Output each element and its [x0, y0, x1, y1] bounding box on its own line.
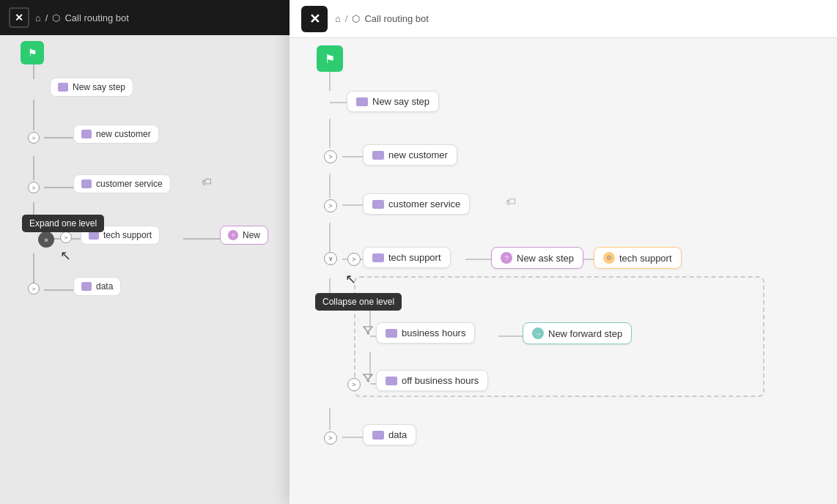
right-new-forward-step-label: New forward step [548, 328, 622, 339]
left-start-flag: ⚑ [21, 41, 44, 64]
left-customer-service-label: customer service [96, 179, 163, 189]
left-circle-1[interactable]: > [28, 132, 40, 144]
flow-canvas: ⚑ New say step > new customer > customer… [290, 38, 837, 504]
left-tech-support-label: tech support [103, 230, 152, 240]
right-circle-4[interactable]: > [347, 378, 361, 391]
left-flow-icon: ⬡ [52, 12, 60, 23]
left-circle-3[interactable]: > [60, 231, 72, 243]
left-panel: ✕ ⌂ / ⬡ Call routing bot [0, 0, 293, 504]
left-canvas: ⚑ New say step > new customer > customer… [0, 35, 293, 504]
right-circle-3[interactable]: > [347, 253, 361, 266]
right-customer-service-label: customer service [388, 199, 460, 210]
right-circle-1[interactable]: > [324, 150, 337, 163]
right-home-icon: ⌂ [335, 13, 341, 24]
right-circle-5[interactable]: > [324, 431, 337, 445]
right-say-icon-3 [372, 200, 384, 209]
right-start-flag: ⚑ [317, 45, 343, 72]
right-collapse-tooltip: Collapse one level [315, 293, 402, 311]
left-say-icon [58, 83, 68, 92]
right-circle-2[interactable]: > [324, 199, 337, 212]
left-tag-icon: 🏷 [202, 176, 212, 188]
right-say-icon-4 [372, 253, 384, 262]
right-flow-icon: ⬡ [352, 13, 360, 24]
right-off-business-hours-node[interactable]: off business hours [376, 370, 488, 391]
right-say-icon-6 [386, 377, 397, 385]
right-say-icon-2 [372, 151, 384, 160]
right-new-forward-step-node[interactable]: → New forward step [523, 322, 632, 344]
left-new-customer-node[interactable]: new customer [73, 125, 159, 144]
right-say-step-label: New say step [372, 96, 429, 107]
left-header: ✕ ⌂ / ⬡ Call routing bot [0, 0, 293, 35]
right-new-customer-label: new customer [388, 149, 448, 160]
left-new-partial-node[interactable]: ? New [220, 226, 268, 245]
right-ask-icon: ? [501, 252, 512, 264]
right-tech-support-label: tech support [388, 252, 441, 263]
left-home-icon: ⌂ [35, 12, 41, 23]
right-header: ✕ ⌂ / ⬡ Call routing bot [290, 0, 837, 38]
left-connections [0, 35, 293, 504]
right-data-label: data [388, 429, 407, 440]
left-logo: ✕ [9, 7, 29, 28]
left-new-say-step-node[interactable]: New say step [50, 78, 133, 97]
right-breadcrumb: ⌂ / ⬡ Call routing bot [335, 13, 429, 24]
right-data-node[interactable]: data [363, 424, 416, 445]
right-sep: / [345, 13, 348, 24]
right-panel: ✕ ⌂ / ⬡ Call routing bot [290, 0, 837, 504]
right-say-icon-5 [386, 329, 397, 338]
left-breadcrumb: ⌂ / ⬡ Call routing bot [35, 12, 129, 23]
left-new-say-step-label: New say step [73, 82, 125, 92]
right-business-hours-node[interactable]: business hours [376, 322, 475, 344]
right-logo: ✕ [301, 6, 328, 32]
right-new-ask-step-label: New ask step [517, 253, 574, 264]
left-expand-button[interactable]: » [38, 231, 54, 248]
left-say-icon-2 [81, 130, 92, 138]
right-tech-icon: ⚙ [603, 252, 615, 264]
right-new-ask-step-node[interactable]: ? New ask step [491, 247, 583, 269]
right-new-customer-node[interactable]: new customer [363, 144, 457, 166]
right-tech-support-right-label: tech support [619, 253, 672, 264]
right-say-step-node[interactable]: New say step [347, 91, 439, 112]
left-circle-4[interactable]: > [28, 283, 40, 294]
left-say-icon-5 [81, 282, 92, 291]
right-filter-icon-1 [361, 324, 375, 337]
left-circle-2[interactable]: > [28, 182, 40, 193]
right-tech-support-right-node[interactable]: ⚙ tech support [594, 247, 682, 269]
left-say-icon-3 [81, 179, 92, 188]
left-data-label: data [96, 281, 113, 292]
left-cursor: ↖ [60, 248, 71, 264]
right-say-icon [356, 97, 368, 106]
right-tag-icon: 🏷 [506, 196, 516, 207]
right-off-business-hours-label: off business hours [402, 375, 479, 386]
left-new-customer-label: new customer [96, 129, 151, 139]
left-customer-service-node[interactable]: customer service [73, 174, 171, 193]
left-data-node[interactable]: data [73, 277, 121, 296]
right-say-icon-7 [372, 431, 384, 440]
right-title: Call routing bot [364, 13, 428, 24]
left-breadcrumb-sep: / [45, 12, 48, 23]
left-ask-icon: ? [228, 230, 238, 240]
right-customer-service-node[interactable]: customer service [363, 193, 470, 215]
left-title: Call routing bot [64, 12, 128, 23]
left-new-partial-label: New [243, 230, 260, 240]
left-expand-tooltip: Expand one level [22, 215, 104, 232]
right-forward-icon: → [532, 327, 544, 339]
right-tech-support-node[interactable]: tech support [363, 247, 451, 268]
right-business-hours-label: business hours [402, 327, 465, 338]
right-filter-icon-2 [361, 371, 375, 385]
right-collapse-button[interactable]: ∨ [324, 252, 337, 265]
